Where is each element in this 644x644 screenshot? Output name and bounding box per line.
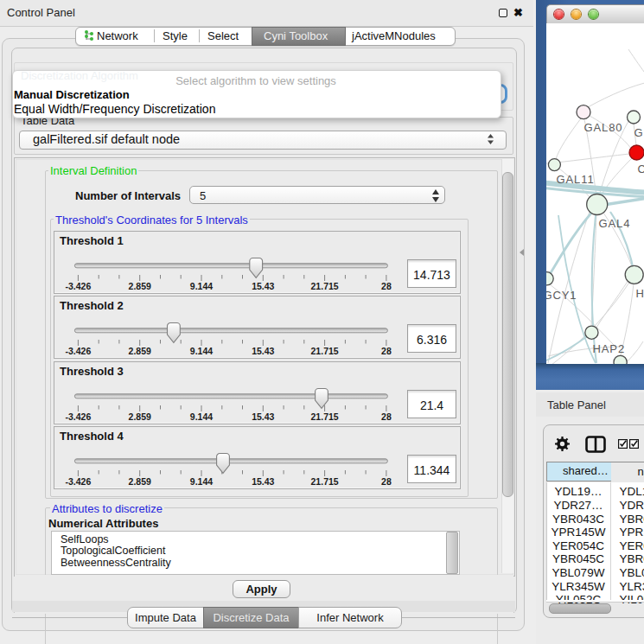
svg-text:-3.426: -3.426 — [66, 411, 92, 422]
svg-text:9.144: 9.144 — [190, 411, 213, 422]
svg-text:2.859: 2.859 — [129, 281, 151, 291]
svg-text:GAL80: GAL80 — [584, 121, 623, 134]
svg-text:15.43: 15.43 — [252, 411, 274, 422]
svg-text:-3.426: -3.426 — [66, 346, 92, 356]
svg-text:-3.426: -3.426 — [66, 281, 92, 291]
svg-text:21.715: 21.715 — [311, 346, 339, 356]
svg-text:9.144: 9.144 — [190, 281, 213, 291]
svg-text:9.144: 9.144 — [190, 476, 213, 487]
svg-text:GCY1: GCY1 — [546, 289, 577, 302]
svg-text:G.: G. — [634, 126, 644, 139]
svg-text:21.715: 21.715 — [311, 476, 339, 487]
svg-text:H: H — [636, 287, 644, 300]
svg-text:28: 28 — [381, 346, 392, 356]
svg-text:15.43: 15.43 — [252, 346, 274, 356]
svg-text:GAL11: GAL11 — [557, 173, 595, 186]
svg-text:15.43: 15.43 — [252, 281, 274, 291]
svg-text:15.43: 15.43 — [252, 476, 274, 487]
svg-text:28: 28 — [381, 476, 392, 487]
svg-text:28: 28 — [381, 281, 392, 291]
svg-text:2.859: 2.859 — [129, 476, 151, 487]
svg-text:HAP2: HAP2 — [593, 342, 626, 355]
svg-text:28: 28 — [381, 411, 392, 422]
svg-text:2.859: 2.859 — [129, 346, 151, 356]
svg-text:GAL4: GAL4 — [599, 217, 631, 230]
svg-text:21.715: 21.715 — [311, 281, 339, 291]
svg-text:9.144: 9.144 — [190, 346, 213, 356]
svg-text:C: C — [638, 163, 644, 175]
svg-text:21.715: 21.715 — [311, 411, 339, 422]
svg-text:-3.426: -3.426 — [66, 476, 92, 487]
svg-text:2.859: 2.859 — [129, 411, 151, 422]
